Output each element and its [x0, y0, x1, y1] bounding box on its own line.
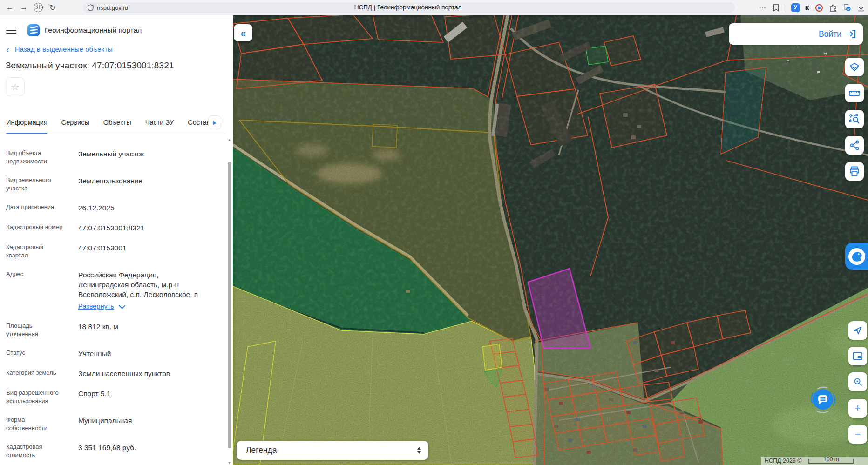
field-value: Землепользование — [78, 176, 211, 193]
browser-more-icon[interactable]: ⋯ — [759, 4, 766, 12]
field-label: Вид разрешенного использования — [6, 389, 66, 405]
page-title: Земельный участок: 47:07:0153001:8321 — [6, 61, 174, 71]
chat-support-button[interactable] — [807, 383, 839, 416]
field-value: Земельный участок — [78, 149, 211, 166]
shield-check-extension-icon[interactable] — [842, 3, 851, 12]
legend-label: Легенда — [246, 445, 417, 455]
plus-icon: + — [855, 402, 861, 414]
field-label: Кадастровый номер — [6, 223, 66, 233]
field-row: Кадастровый номер47:07:0153001:8321 — [6, 223, 219, 233]
yandex-extension-icon[interactable]: У — [791, 3, 800, 12]
overview-map-button[interactable] — [848, 347, 867, 365]
browser-reload-icon[interactable]: ↻ — [46, 3, 60, 12]
tabs-scroll-right-button[interactable]: ▶ — [208, 115, 221, 129]
tab-information[interactable]: Информация — [6, 119, 47, 134]
assistant-tab[interactable] — [845, 243, 868, 270]
chevron-down-icon — [119, 302, 125, 309]
zoom-out-button[interactable]: − — [848, 425, 867, 444]
attribution-text: НСПД 2026 © — [765, 458, 801, 465]
tab-composition[interactable]: Состав — [188, 119, 210, 134]
puzzle-extension-icon[interactable] — [828, 3, 837, 12]
share-button[interactable] — [845, 136, 864, 155]
target-extension-icon[interactable] — [814, 3, 823, 12]
menu-icon[interactable] — [6, 27, 16, 34]
field-value: Учтенный — [78, 349, 211, 358]
map-search-icon — [853, 377, 863, 387]
field-label: Вид объекта недвижимости — [6, 149, 66, 166]
map-viewport[interactable]: « Войти — [233, 15, 868, 465]
tab-parcel-parts[interactable]: Части ЗУ — [145, 119, 174, 134]
browser-forward-icon[interactable]: → — [17, 3, 31, 12]
scrollbar-thumb[interactable] — [228, 162, 231, 448]
k-extension-icon[interactable]: К — [805, 4, 809, 12]
field-row: Вид земельного участкаЗемлепользование — [6, 176, 219, 193]
field-row: Вид объекта недвижимостиЗемельный участо… — [6, 149, 219, 166]
sidebar-scrollbar[interactable]: ▲ ▼ — [226, 138, 232, 465]
app-header: Геоинформационный портал — [0, 21, 233, 40]
field-row: Форма собственностиМуниципальная — [6, 416, 219, 432]
field-value: Земли населенных пунктов — [78, 369, 211, 378]
play-icon: ▶ — [213, 120, 217, 125]
tab-objects[interactable]: Объекты — [103, 119, 131, 134]
field-value: 47:07:0153001 — [78, 243, 211, 260]
attributes-list: Вид объекта недвижимостиЗемельный участо… — [6, 149, 219, 465]
download-icon[interactable] — [856, 3, 865, 12]
minus-icon: − — [855, 428, 861, 440]
scroll-up-icon[interactable]: ▲ — [226, 138, 232, 142]
field-label: Кадастровый квартал — [6, 243, 66, 260]
app-title: Геоинформационный портал — [45, 26, 142, 34]
tabs-divider — [0, 134, 226, 134]
locate-me-button[interactable] — [848, 321, 867, 340]
field-label: Кадастровая стоимость — [6, 443, 66, 459]
field-row: Вид разрешенного использованияСпорт 5.1 — [6, 389, 219, 405]
back-to-selected-link[interactable]: ‹ Назад в выделенные объекты — [6, 45, 113, 53]
browser-profile-icon[interactable]: Я — [34, 3, 43, 12]
login-icon — [846, 29, 856, 39]
mini-map-icon — [853, 351, 863, 361]
field-row: Категория земельЗемли населенных пунктов — [6, 369, 219, 378]
satellite-imagery — [233, 15, 868, 465]
expand-address-link[interactable]: Развернуть — [78, 302, 114, 311]
info-panel: Геоинформационный портал ‹ Назад в выдел… — [0, 15, 233, 465]
print-button[interactable] — [845, 162, 864, 181]
field-value: 18 812 кв. м — [78, 322, 211, 338]
field-value: 47:07:0153001:8321 — [78, 223, 211, 233]
layers-button[interactable] — [845, 58, 864, 76]
scale-bar: 100 m — [808, 456, 854, 465]
tab-services[interactable]: Сервисы — [61, 119, 89, 134]
field-label: Площадь уточненная — [6, 322, 66, 338]
navigate-arrow-icon — [853, 325, 863, 336]
scale-label: 100 m — [824, 456, 839, 463]
field-value: Спорт 5.1 — [78, 389, 211, 405]
double-chevron-left-icon: « — [240, 27, 246, 39]
tab-bar: Информация Сервисы Объекты Части ЗУ Сост… — [6, 119, 227, 134]
scroll-down-icon[interactable]: ▼ — [226, 461, 232, 465]
expand-collapse-icon — [417, 447, 421, 454]
login-label: Войти — [819, 29, 841, 39]
ruler-icon — [848, 88, 861, 98]
nspd-logo-icon — [27, 24, 40, 36]
site-security-shield-icon — [88, 4, 94, 11]
print-icon — [849, 166, 860, 177]
collapse-panel-button[interactable]: « — [234, 24, 252, 41]
field-label: Вид земельного участка — [6, 176, 66, 193]
measure-button[interactable] — [845, 84, 864, 102]
legend-toggle[interactable]: Легенда — [237, 441, 428, 460]
chevron-left-icon: ‹ — [6, 46, 9, 53]
browser-toolbar: ← → Я ↻ nspd.gov.ru НСПД | Геоинформацио… — [0, 0, 868, 15]
browser-back-icon[interactable]: ← — [3, 3, 17, 12]
map-attribution: НСПД 2026 © 100 m — [761, 457, 868, 465]
field-row: СтатусУчтенный — [6, 349, 219, 358]
field-value: 26.12.2025 — [78, 203, 211, 213]
search-on-map-button[interactable] — [848, 372, 867, 391]
field-row: Кадастровый квартал47:07:0153001 — [6, 243, 219, 260]
login-button[interactable]: Войти — [729, 23, 863, 45]
star-icon: ☆ — [11, 81, 20, 93]
bookmark-icon[interactable] — [772, 3, 780, 12]
field-row: Дата присвоения26.12.2025 — [6, 203, 219, 213]
field-row-address: Адрес Российская Федерация, Ленинградска… — [6, 270, 219, 311]
spatial-search-button[interactable] — [845, 110, 864, 128]
favorite-star-button[interactable]: ☆ — [6, 77, 25, 96]
field-label: Дата присвоения — [6, 203, 66, 213]
zoom-in-button[interactable]: + — [848, 399, 867, 418]
